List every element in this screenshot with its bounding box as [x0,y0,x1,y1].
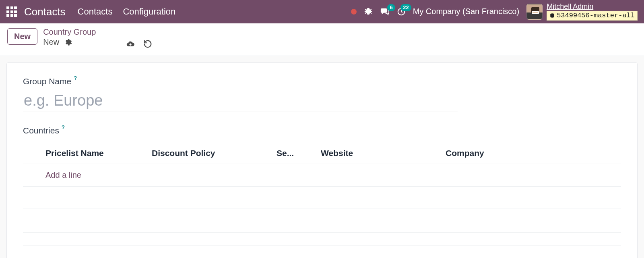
countries-help-icon[interactable]: ? [62,124,65,130]
record-status-icons [126,40,152,48]
database-name: 53499456-master-all [557,12,635,20]
col-discount-policy[interactable]: Discount Policy [148,143,272,164]
company-switcher[interactable]: My Company (San Francisco) [413,7,520,16]
user-text: Mitchell Admin 53499456-master-all [547,3,638,21]
top-navbar: Contacts Contacts Configuration 6 22 My … [0,0,644,23]
activities-icon[interactable]: 22 [397,7,406,16]
add-line-button[interactable]: Add a line [45,171,81,179]
group-name-label: Group Name [23,77,71,86]
database-icon [549,13,555,19]
breadcrumb-parent[interactable]: Country Group [43,27,96,37]
col-company[interactable]: Company [442,143,621,164]
activities-badge: 22 [400,4,411,11]
table-row-gap [23,208,621,233]
control-panel: New Country Group New [0,23,644,56]
messages-icon[interactable]: 6 [380,7,390,16]
new-button[interactable]: New [7,28,37,45]
discard-icon[interactable] [143,40,152,48]
table-header-row: Pricelist Name Discount Policy Se... Web… [23,143,621,164]
nav-menu-contacts[interactable]: Contacts [78,6,113,17]
countries-label: Countries [23,126,59,135]
breadcrumb: Country Group New [43,27,96,47]
form-sheet: Group Name ? Countries ? Pricelist Name … [6,62,638,258]
table-row-empty [23,187,621,208]
cloud-unsaved-icon[interactable] [126,40,135,48]
debug-icon[interactable] [364,7,373,16]
table-closing-line [23,233,621,246]
messages-badge: 6 [387,4,395,11]
gear-icon[interactable] [64,38,72,46]
database-tag: 53499456-master-all [547,11,638,21]
group-name-input[interactable] [23,89,458,112]
nav-menu-configuration[interactable]: Configuration [123,6,175,17]
app-title[interactable]: Contacts [24,6,66,18]
col-pricelist-name[interactable]: Pricelist Name [23,143,148,164]
user-menu[interactable]: Mitchell Admin 53499456-master-all [526,3,638,21]
record-indicator-icon[interactable] [351,9,357,15]
navbar-right: 6 22 My Company (San Francisco) Mitchell… [351,3,638,21]
user-name: Mitchell Admin [547,3,638,11]
col-selectable[interactable]: Se... [272,143,317,164]
pricelist-table: Pricelist Name Discount Policy Se... Web… [23,143,621,246]
avatar [526,4,543,20]
nav-menu: Contacts Configuration [78,6,176,17]
col-website[interactable]: Website [317,143,442,164]
form-sheet-wrap: Group Name ? Countries ? Pricelist Name … [0,56,644,258]
table-row-add: Add a line [23,164,621,187]
group-name-help-icon[interactable]: ? [74,75,77,81]
apps-launcher-icon[interactable] [6,6,17,17]
breadcrumb-current: New [43,37,59,47]
